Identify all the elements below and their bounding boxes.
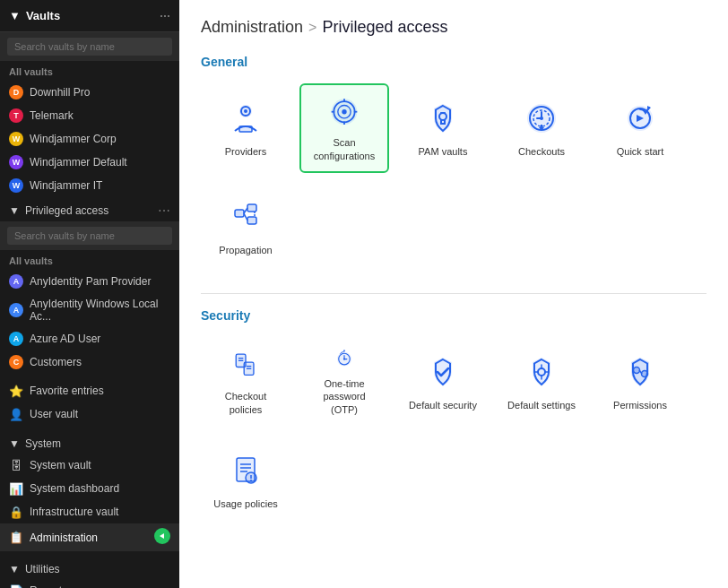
tile-checkouts[interactable]: Checkouts — [497, 83, 586, 173]
vault-name-wjcorp: Windjammer Corp — [30, 133, 117, 145]
quick-start-icon — [620, 99, 660, 138]
scan-config-icon — [325, 94, 364, 129]
sidebar-header: ▼ Vaults ⋯ — [0, 0, 179, 32]
tile-pam-vaults[interactable]: PAM vaults — [398, 83, 488, 173]
providers-icon — [226, 99, 265, 138]
administration-item[interactable]: 📋 Administration — [0, 523, 179, 551]
star-icon: ⭐ — [9, 384, 23, 398]
search-box-1 — [0, 32, 179, 61]
default-settings-icon — [522, 352, 561, 392]
chevron-down-icon: ▼ — [9, 9, 21, 22]
vault-icon-aiwin: A — [9, 303, 23, 317]
search-input-2[interactable] — [7, 227, 172, 245]
svg-point-44 — [343, 358, 345, 359]
dashboard-icon: 📊 — [9, 481, 23, 496]
sidebar: ▼ Vaults ⋯ All vaults D Downhill Pro T T… — [0, 0, 179, 588]
svg-point-45 — [343, 350, 345, 351]
vault-item-anyidentity-windows[interactable]: A AnyIdentity Windows Local Ac... — [0, 293, 179, 327]
tile-default-security[interactable]: Default security — [398, 337, 488, 427]
checkout-policies-icon — [226, 348, 265, 383]
vault-item-telemark[interactable]: T Telemark — [0, 104, 179, 127]
tile-permissions[interactable]: Permissions — [595, 337, 685, 427]
vault-name-azure: Azure AD User — [30, 333, 100, 345]
vault-icon-aipam: A — [9, 274, 23, 289]
tile-pam-label: PAM vaults — [419, 145, 468, 158]
vault-item-azure-ad[interactable]: A Azure AD User — [0, 327, 179, 350]
tile-otp[interactable]: One-time password (OTP) — [299, 337, 389, 427]
tile-scan-label: Scan configurations — [310, 136, 378, 162]
sidebar-title: ▼ Vaults — [9, 9, 60, 22]
vault-item-windjammer-default[interactable]: W Windjammer Default — [0, 151, 179, 174]
tile-quick-start-label: Quick start — [617, 145, 664, 158]
infra-vault-icon: 🔒 — [9, 505, 23, 519]
tile-scan-configurations[interactable]: Scan configurations — [299, 83, 389, 173]
security-grid: Checkout policies One-time password (OTP… — [201, 337, 706, 525]
breadcrumb-separator: > — [308, 20, 316, 36]
permissions-icon — [620, 352, 660, 392]
infrastructure-vault-item[interactable]: 🔒 Infrastructure vault — [0, 500, 179, 523]
vault-name-wjit: Windjammer IT — [30, 179, 102, 192]
vault-icon-wjdefault: W — [9, 155, 23, 169]
svg-rect-25 — [235, 210, 244, 217]
main-content: Administration > Privileged access Gener… — [179, 0, 728, 588]
search-box-2 — [0, 221, 179, 250]
pa-menu-dots[interactable]: ⋯ — [158, 203, 170, 218]
vault-name-wjdefault: Windjammer Default — [30, 156, 127, 169]
vault-name-aiwin: AnyIdentity Windows Local Ac... — [30, 298, 170, 323]
pam-vaults-icon — [423, 99, 463, 138]
tile-quick-start[interactable]: Quick start — [595, 83, 685, 173]
tile-permissions-label: Permissions — [613, 399, 667, 411]
tile-checkout-policies[interactable]: Checkout policies — [201, 337, 290, 427]
vault-icon-customers: C — [9, 355, 23, 369]
system-label[interactable]: ▼ System — [9, 437, 61, 450]
utilities-section-header: ▼ Utilities — [0, 557, 179, 579]
general-title: General — [201, 55, 706, 69]
breadcrumb-current: Privileged access — [322, 18, 447, 37]
all-vaults-label: All vaults — [0, 61, 179, 81]
svg-point-10 — [342, 109, 346, 114]
sidebar-menu-dots[interactable]: ⋯ — [160, 10, 170, 22]
system-section-header: ▼ System — [0, 431, 179, 454]
tile-checkouts-label: Checkouts — [518, 145, 565, 158]
svg-line-32 — [244, 213, 247, 220]
system-vault-icon: 🗄 — [9, 458, 23, 472]
system-dashboard-item[interactable]: 📊 System dashboard — [0, 477, 179, 500]
chevron-icon-system: ▼ — [9, 437, 20, 450]
admin-icon: 📋 — [9, 531, 23, 545]
section-divider — [201, 293, 706, 294]
tile-propagation[interactable]: Propagation — [201, 182, 290, 272]
tile-usage-policies[interactable]: Usage policies — [201, 436, 290, 525]
vault-name-downhill: Downhill Pro — [30, 86, 90, 99]
privileged-access-section: ▼ Privileged access ⋯ — [0, 197, 179, 221]
search-input-1[interactable] — [7, 38, 172, 56]
pa-all-vaults-label: All vaults — [0, 250, 179, 270]
vault-name-telemark: Telemark — [30, 109, 74, 122]
vault-icon-downhill: D — [9, 85, 23, 99]
reports-item[interactable]: 📄 Reports — [0, 579, 179, 588]
vault-item-customers[interactable]: C Customers — [0, 350, 179, 374]
green-arrow-icon — [154, 528, 170, 544]
breadcrumb: Administration > Privileged access — [201, 18, 706, 37]
system-vault-item[interactable]: 🗄 System vault — [0, 454, 179, 477]
user-vault-item[interactable]: 👤 User vault — [0, 402, 179, 426]
vault-item-downhill-pro[interactable]: D Downhill Pro — [0, 81, 179, 104]
favorite-entries-item[interactable]: ⭐ Favorite entries — [0, 379, 179, 402]
arrow-indicator — [154, 528, 170, 547]
tile-propagation-label: Propagation — [219, 244, 272, 256]
vault-item-windjammer-it[interactable]: W Windjammer IT — [0, 174, 179, 197]
breadcrumb-parent: Administration — [201, 18, 303, 37]
vault-icon-telemark: T — [9, 108, 23, 123]
tile-usage-policies-label: Usage policies — [213, 497, 278, 510]
utilities-label[interactable]: ▼ Utilities — [9, 563, 60, 575]
privileged-access-label[interactable]: ▼ Privileged access — [9, 204, 108, 217]
tile-default-settings[interactable]: Default settings — [497, 337, 586, 427]
tile-checkout-policies-label: Checkout policies — [212, 390, 280, 416]
svg-point-60 — [250, 480, 252, 481]
tile-providers[interactable]: Providers — [201, 83, 290, 173]
vault-icon-wjcorp: W — [9, 132, 23, 146]
vault-item-windjammer-corp[interactable]: W Windjammer Corp — [0, 127, 179, 151]
vault-item-anyidentity-pam[interactable]: A AnyIdentity Pam Provider — [0, 270, 179, 293]
tile-providers-label: Providers — [225, 145, 266, 158]
security-title: Security — [201, 308, 706, 323]
tile-default-security-label: Default security — [409, 399, 477, 411]
